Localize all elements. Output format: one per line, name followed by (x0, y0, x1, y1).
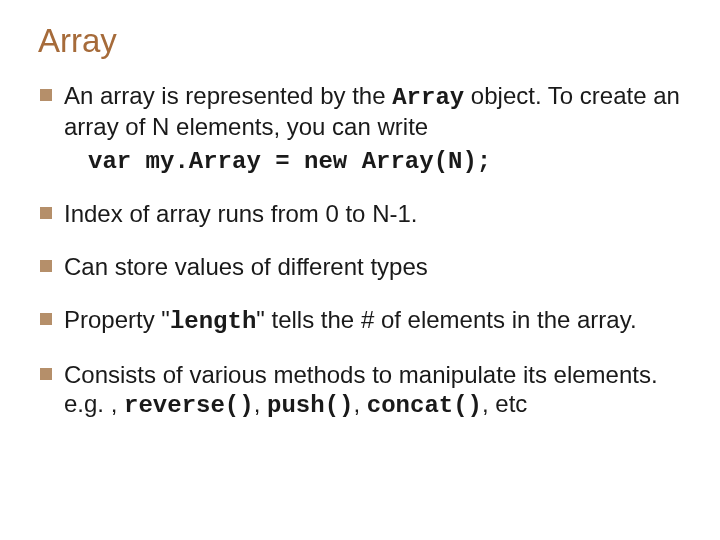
code-inline: push() (267, 392, 353, 419)
bullet-item: An array is represented by the Array obj… (34, 82, 686, 176)
slide: Array An array is represented by the Arr… (0, 0, 720, 540)
bullet-item: Index of array runs from 0 to N-1. (34, 200, 686, 229)
bullet-item: Property "length" tells the # of element… (34, 306, 686, 337)
text: Property " (64, 306, 170, 333)
code-inline: reverse() (124, 392, 254, 419)
bullet-item: Can store values of different types (34, 253, 686, 282)
bullet-list: An array is represented by the Array obj… (34, 82, 686, 420)
text: Index of array runs from 0 to N-1. (64, 200, 417, 227)
code-block: var my.Array = new Array(N); (64, 148, 686, 177)
code-inline: concat() (367, 392, 482, 419)
code-inline: Array (392, 84, 464, 111)
text: , etc (482, 390, 527, 417)
slide-title: Array (38, 22, 686, 60)
text: " tells the # of elements in the array. (256, 306, 636, 333)
text: , (353, 390, 366, 417)
text: Can store values of different types (64, 253, 428, 280)
text: , (254, 390, 267, 417)
text: An array is represented by the (64, 82, 392, 109)
bullet-item: Consists of various methods to manipulat… (34, 361, 686, 421)
code-inline: length (170, 308, 256, 335)
